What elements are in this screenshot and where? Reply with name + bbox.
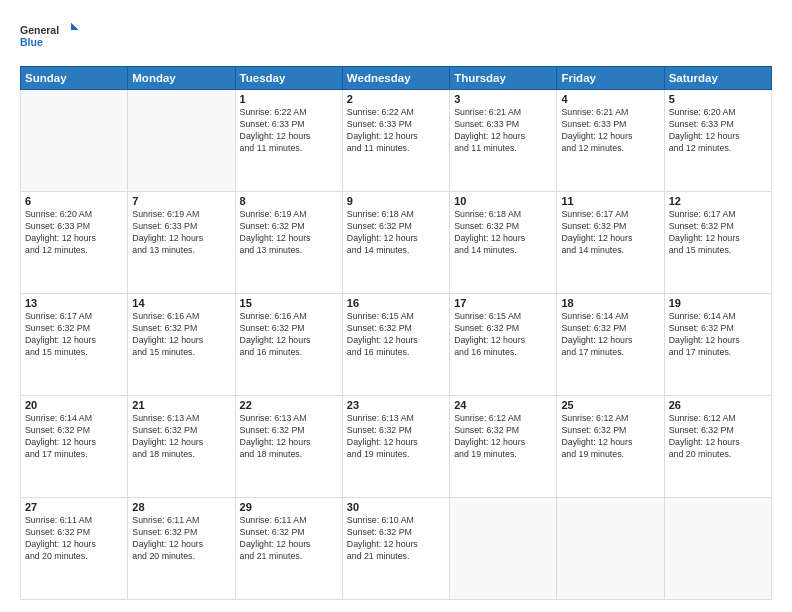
day-info: Sunrise: 6:21 AM Sunset: 6:33 PM Dayligh…	[561, 107, 659, 155]
day-number: 9	[347, 195, 445, 207]
day-number: 10	[454, 195, 552, 207]
calendar-cell: 5Sunrise: 6:20 AM Sunset: 6:33 PM Daylig…	[664, 90, 771, 192]
generalblue-logo-icon: General Blue	[20, 16, 80, 56]
day-info: Sunrise: 6:10 AM Sunset: 6:32 PM Dayligh…	[347, 515, 445, 563]
header: General Blue	[20, 16, 772, 56]
day-number: 16	[347, 297, 445, 309]
day-number: 27	[25, 501, 123, 513]
calendar-cell: 28Sunrise: 6:11 AM Sunset: 6:32 PM Dayli…	[128, 498, 235, 600]
calendar-cell: 11Sunrise: 6:17 AM Sunset: 6:32 PM Dayli…	[557, 192, 664, 294]
calendar-cell: 6Sunrise: 6:20 AM Sunset: 6:33 PM Daylig…	[21, 192, 128, 294]
calendar-cell: 3Sunrise: 6:21 AM Sunset: 6:33 PM Daylig…	[450, 90, 557, 192]
calendar-cell: 4Sunrise: 6:21 AM Sunset: 6:33 PM Daylig…	[557, 90, 664, 192]
day-info: Sunrise: 6:21 AM Sunset: 6:33 PM Dayligh…	[454, 107, 552, 155]
day-info: Sunrise: 6:20 AM Sunset: 6:33 PM Dayligh…	[25, 209, 123, 257]
calendar-cell: 22Sunrise: 6:13 AM Sunset: 6:32 PM Dayli…	[235, 396, 342, 498]
day-info: Sunrise: 6:11 AM Sunset: 6:32 PM Dayligh…	[240, 515, 338, 563]
day-number: 17	[454, 297, 552, 309]
day-number: 4	[561, 93, 659, 105]
page: General Blue SundayMondayTuesdayWednesda…	[0, 0, 792, 612]
day-number: 14	[132, 297, 230, 309]
calendar-cell: 15Sunrise: 6:16 AM Sunset: 6:32 PM Dayli…	[235, 294, 342, 396]
day-number: 19	[669, 297, 767, 309]
day-number: 15	[240, 297, 338, 309]
calendar-week-row: 6Sunrise: 6:20 AM Sunset: 6:33 PM Daylig…	[21, 192, 772, 294]
day-number: 7	[132, 195, 230, 207]
calendar-cell	[664, 498, 771, 600]
calendar-week-row: 20Sunrise: 6:14 AM Sunset: 6:32 PM Dayli…	[21, 396, 772, 498]
calendar-week-row: 27Sunrise: 6:11 AM Sunset: 6:32 PM Dayli…	[21, 498, 772, 600]
day-number: 13	[25, 297, 123, 309]
day-info: Sunrise: 6:18 AM Sunset: 6:32 PM Dayligh…	[347, 209, 445, 257]
day-number: 26	[669, 399, 767, 411]
day-info: Sunrise: 6:14 AM Sunset: 6:32 PM Dayligh…	[561, 311, 659, 359]
calendar-week-row: 1Sunrise: 6:22 AM Sunset: 6:33 PM Daylig…	[21, 90, 772, 192]
day-number: 22	[240, 399, 338, 411]
weekday-header: Friday	[557, 67, 664, 90]
day-info: Sunrise: 6:15 AM Sunset: 6:32 PM Dayligh…	[454, 311, 552, 359]
day-number: 28	[132, 501, 230, 513]
day-info: Sunrise: 6:17 AM Sunset: 6:32 PM Dayligh…	[25, 311, 123, 359]
day-number: 18	[561, 297, 659, 309]
day-info: Sunrise: 6:16 AM Sunset: 6:32 PM Dayligh…	[132, 311, 230, 359]
day-number: 6	[25, 195, 123, 207]
calendar-cell: 16Sunrise: 6:15 AM Sunset: 6:32 PM Dayli…	[342, 294, 449, 396]
logo: General Blue	[20, 16, 80, 56]
weekday-header-row: SundayMondayTuesdayWednesdayThursdayFrid…	[21, 67, 772, 90]
calendar-cell: 26Sunrise: 6:12 AM Sunset: 6:32 PM Dayli…	[664, 396, 771, 498]
day-info: Sunrise: 6:19 AM Sunset: 6:33 PM Dayligh…	[132, 209, 230, 257]
day-number: 24	[454, 399, 552, 411]
svg-marker-2	[71, 23, 79, 31]
day-number: 21	[132, 399, 230, 411]
day-number: 8	[240, 195, 338, 207]
calendar-cell: 8Sunrise: 6:19 AM Sunset: 6:32 PM Daylig…	[235, 192, 342, 294]
calendar-cell: 10Sunrise: 6:18 AM Sunset: 6:32 PM Dayli…	[450, 192, 557, 294]
calendar-cell: 1Sunrise: 6:22 AM Sunset: 6:33 PM Daylig…	[235, 90, 342, 192]
calendar-cell: 19Sunrise: 6:14 AM Sunset: 6:32 PM Dayli…	[664, 294, 771, 396]
day-info: Sunrise: 6:14 AM Sunset: 6:32 PM Dayligh…	[25, 413, 123, 461]
calendar-cell: 7Sunrise: 6:19 AM Sunset: 6:33 PM Daylig…	[128, 192, 235, 294]
day-number: 3	[454, 93, 552, 105]
day-info: Sunrise: 6:12 AM Sunset: 6:32 PM Dayligh…	[454, 413, 552, 461]
calendar-cell	[128, 90, 235, 192]
day-info: Sunrise: 6:19 AM Sunset: 6:32 PM Dayligh…	[240, 209, 338, 257]
calendar-cell: 23Sunrise: 6:13 AM Sunset: 6:32 PM Dayli…	[342, 396, 449, 498]
calendar-cell: 14Sunrise: 6:16 AM Sunset: 6:32 PM Dayli…	[128, 294, 235, 396]
calendar-table: SundayMondayTuesdayWednesdayThursdayFrid…	[20, 66, 772, 600]
day-number: 5	[669, 93, 767, 105]
calendar-cell: 25Sunrise: 6:12 AM Sunset: 6:32 PM Dayli…	[557, 396, 664, 498]
calendar-cell: 17Sunrise: 6:15 AM Sunset: 6:32 PM Dayli…	[450, 294, 557, 396]
weekday-header: Wednesday	[342, 67, 449, 90]
calendar-cell	[21, 90, 128, 192]
day-info: Sunrise: 6:12 AM Sunset: 6:32 PM Dayligh…	[669, 413, 767, 461]
weekday-header: Sunday	[21, 67, 128, 90]
calendar-week-row: 13Sunrise: 6:17 AM Sunset: 6:32 PM Dayli…	[21, 294, 772, 396]
day-info: Sunrise: 6:11 AM Sunset: 6:32 PM Dayligh…	[132, 515, 230, 563]
day-info: Sunrise: 6:13 AM Sunset: 6:32 PM Dayligh…	[132, 413, 230, 461]
day-info: Sunrise: 6:13 AM Sunset: 6:32 PM Dayligh…	[240, 413, 338, 461]
calendar-cell: 24Sunrise: 6:12 AM Sunset: 6:32 PM Dayli…	[450, 396, 557, 498]
calendar-cell: 29Sunrise: 6:11 AM Sunset: 6:32 PM Dayli…	[235, 498, 342, 600]
day-info: Sunrise: 6:17 AM Sunset: 6:32 PM Dayligh…	[669, 209, 767, 257]
weekday-header: Saturday	[664, 67, 771, 90]
day-info: Sunrise: 6:15 AM Sunset: 6:32 PM Dayligh…	[347, 311, 445, 359]
calendar-cell: 13Sunrise: 6:17 AM Sunset: 6:32 PM Dayli…	[21, 294, 128, 396]
weekday-header: Monday	[128, 67, 235, 90]
day-info: Sunrise: 6:18 AM Sunset: 6:32 PM Dayligh…	[454, 209, 552, 257]
svg-text:General: General	[20, 24, 59, 36]
day-info: Sunrise: 6:22 AM Sunset: 6:33 PM Dayligh…	[347, 107, 445, 155]
calendar-cell: 18Sunrise: 6:14 AM Sunset: 6:32 PM Dayli…	[557, 294, 664, 396]
day-number: 1	[240, 93, 338, 105]
calendar-cell: 21Sunrise: 6:13 AM Sunset: 6:32 PM Dayli…	[128, 396, 235, 498]
calendar-cell: 2Sunrise: 6:22 AM Sunset: 6:33 PM Daylig…	[342, 90, 449, 192]
calendar-cell: 9Sunrise: 6:18 AM Sunset: 6:32 PM Daylig…	[342, 192, 449, 294]
day-info: Sunrise: 6:16 AM Sunset: 6:32 PM Dayligh…	[240, 311, 338, 359]
day-number: 2	[347, 93, 445, 105]
day-info: Sunrise: 6:14 AM Sunset: 6:32 PM Dayligh…	[669, 311, 767, 359]
day-number: 23	[347, 399, 445, 411]
day-number: 30	[347, 501, 445, 513]
calendar-cell: 30Sunrise: 6:10 AM Sunset: 6:32 PM Dayli…	[342, 498, 449, 600]
day-info: Sunrise: 6:13 AM Sunset: 6:32 PM Dayligh…	[347, 413, 445, 461]
day-info: Sunrise: 6:20 AM Sunset: 6:33 PM Dayligh…	[669, 107, 767, 155]
weekday-header: Tuesday	[235, 67, 342, 90]
